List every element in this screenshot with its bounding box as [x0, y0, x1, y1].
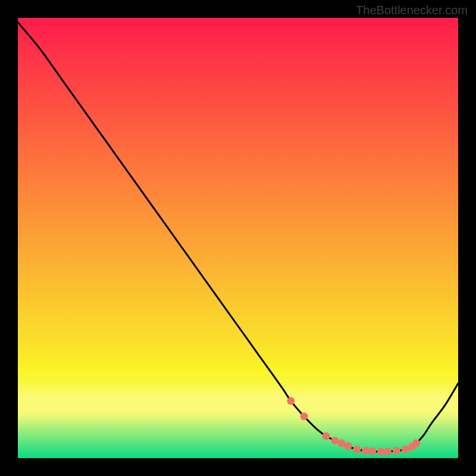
curve-marker — [412, 439, 420, 447]
curve-marker — [377, 447, 385, 455]
curve-marker — [384, 447, 392, 455]
curve-marker — [353, 446, 361, 453]
curve-marker — [393, 447, 400, 455]
curve-marker — [368, 447, 376, 455]
curve-marker — [287, 397, 295, 405]
gradient-background — [18, 18, 458, 458]
curve-marker — [345, 443, 352, 450]
curve-marker — [331, 437, 339, 444]
curve-marker — [402, 446, 409, 453]
attribution-label: TheBottlenecker.com — [356, 4, 468, 17]
curve-marker — [337, 439, 345, 447]
plot-area — [18, 18, 458, 458]
chart-svg — [18, 18, 458, 458]
curve-marker — [322, 433, 330, 440]
curve-marker — [362, 447, 369, 455]
chart-frame: TheBottlenecker.com — [0, 0, 476, 476]
curve-marker — [300, 412, 308, 420]
